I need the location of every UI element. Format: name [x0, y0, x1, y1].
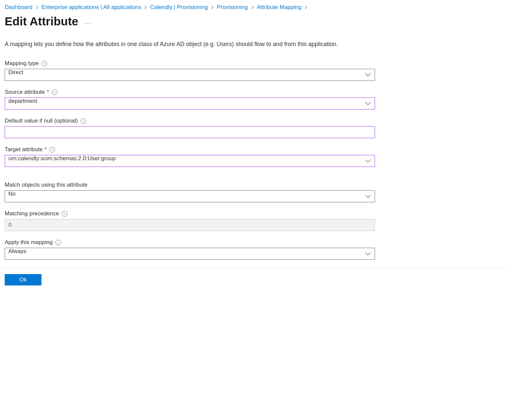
breadcrumb-link-enterprise-apps[interactable]: Enterprise applications | All applicatio… — [41, 4, 141, 11]
page-description: A mapping lets you define how the attrib… — [5, 39, 369, 49]
default-value-label: Default value if null (optional) — [5, 118, 78, 124]
match-objects-label: Match objects using this attribute — [5, 182, 88, 188]
info-icon[interactable]: i — [49, 147, 55, 153]
matching-precedence-label: Matching precedence — [5, 210, 59, 217]
default-value-input[interactable] — [5, 126, 375, 138]
info-icon[interactable]: i — [52, 89, 57, 95]
chevron-right-icon — [251, 6, 254, 9]
apply-mapping-value: Always — [8, 248, 26, 254]
target-attribute-select[interactable]: urn:calendly:scim:schemas:2.0:User:group — [5, 155, 375, 167]
target-attribute-label: Target attribute — [5, 146, 42, 153]
source-attribute-select[interactable]: department — [5, 97, 375, 110]
breadcrumb-link-calendly-provisioning[interactable]: Calendly | Provisioning — [150, 4, 208, 11]
ok-button[interactable]: Ok — [5, 274, 41, 285]
source-attribute-value: department — [8, 98, 37, 104]
matching-precedence-input — [5, 219, 375, 231]
field-source-attribute: Source attribute * i department — [5, 89, 375, 110]
field-target-attribute: Target attribute * i urn:calendly:scim:s… — [5, 146, 375, 167]
info-icon[interactable]: i — [41, 61, 47, 66]
mapping-type-value: Direct — [8, 69, 23, 75]
field-matching-precedence: Matching precedence i — [5, 210, 375, 231]
source-attribute-label: Source attribute — [5, 89, 45, 95]
breadcrumb: Dashboard Enterprise applications | All … — [5, 4, 505, 11]
field-mapping-type: Mapping type i Direct — [5, 60, 375, 81]
mapping-type-select[interactable]: Direct — [5, 69, 375, 81]
chevron-right-icon — [35, 6, 39, 9]
divider — [0, 268, 510, 268]
info-icon[interactable]: i — [55, 240, 61, 245]
chevron-right-icon — [304, 6, 308, 9]
info-icon[interactable]: i — [62, 211, 68, 217]
target-attribute-value: urn:calendly:scim:schemas:2.0:User:group — [8, 155, 116, 162]
chevron-right-icon — [211, 6, 214, 9]
apply-mapping-select[interactable]: Always — [5, 248, 375, 260]
page-title: Edit Attribute — [5, 15, 78, 28]
breadcrumb-link-dashboard[interactable]: Dashboard — [5, 4, 32, 11]
match-objects-select[interactable]: No — [5, 190, 375, 202]
match-objects-value: No — [8, 191, 16, 197]
breadcrumb-link-attribute-mapping[interactable]: Attribute Mapping — [257, 4, 301, 11]
field-apply-mapping: Apply this mapping i Always — [5, 239, 375, 260]
field-default-value: Default value if null (optional) i — [5, 118, 375, 138]
field-match-objects: Match objects using this attribute No — [5, 182, 375, 202]
chevron-right-icon — [144, 6, 147, 9]
apply-mapping-label: Apply this mapping — [5, 239, 53, 246]
more-icon[interactable]: ··· — [85, 16, 91, 27]
page-title-row: Edit Attribute ··· — [5, 15, 505, 28]
mapping-type-label: Mapping type — [5, 60, 39, 67]
info-icon[interactable]: i — [81, 118, 86, 124]
form-area: Mapping type i Direct Source attribute *… — [5, 60, 375, 260]
breadcrumb-link-provisioning[interactable]: Provisioning — [217, 4, 248, 11]
required-indicator: * — [47, 89, 49, 95]
required-indicator: * — [44, 146, 47, 153]
